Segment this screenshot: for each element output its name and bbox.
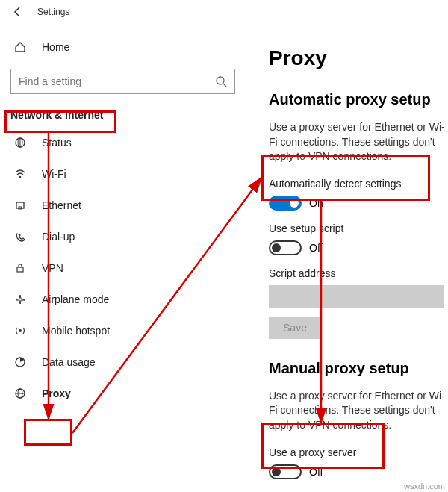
svg-point-5: [19, 176, 21, 178]
sidebar: Home Network & Internet Status Wi-Fi Eth…: [0, 24, 246, 492]
sidebar-item-airplane[interactable]: Airplane mode: [0, 284, 246, 315]
proxy-icon: [13, 387, 27, 400]
page-title: Proxy: [269, 46, 448, 70]
use-script-toggle[interactable]: [269, 240, 302, 255]
sidebar-item-label: Proxy: [42, 387, 71, 399]
sidebar-item-label: Data usage: [42, 356, 96, 368]
sidebar-item-label: Dial-up: [42, 231, 75, 243]
svg-point-9: [19, 329, 22, 332]
sidebar-home[interactable]: Home: [0, 31, 246, 63]
search-box[interactable]: [10, 69, 235, 94]
ethernet-icon: [13, 199, 27, 212]
script-address-input[interactable]: [269, 285, 444, 308]
sidebar-item-wifi[interactable]: Wi-Fi: [0, 158, 246, 190]
use-proxy-label: Use a proxy server: [269, 446, 448, 458]
manual-proxy-desc: Use a proxy server for Ethernet or Wi-Fi…: [269, 389, 448, 433]
sidebar-category-header: Network & Internet: [0, 102, 246, 127]
wifi-icon: [13, 167, 27, 181]
auto-detect-label: Automatically detect settings: [269, 178, 448, 190]
svg-rect-6: [16, 202, 24, 208]
data-usage-icon: [13, 355, 27, 369]
sidebar-item-label: Ethernet: [42, 199, 81, 211]
sidebar-item-hotspot[interactable]: Mobile hotspot: [0, 315, 246, 346]
sidebar-item-label: Wi-Fi: [42, 168, 66, 180]
script-address-label: Script address: [269, 267, 448, 279]
status-icon: [13, 136, 27, 149]
use-proxy-state: Off: [309, 466, 323, 478]
sidebar-item-label: VPN: [42, 262, 63, 274]
search-input[interactable]: [19, 75, 215, 87]
auto-proxy-desc: Use a proxy server for Ethernet or Wi-Fi…: [269, 120, 448, 164]
sidebar-item-label: Status: [42, 137, 72, 149]
sidebar-item-label: Mobile hotspot: [42, 325, 110, 337]
save-button[interactable]: Save: [269, 317, 321, 339]
sidebar-item-vpn[interactable]: VPN: [0, 252, 246, 284]
window-title: Settings: [37, 7, 69, 17]
watermark: wsxdn.com: [404, 482, 445, 491]
manual-proxy-heading: Manual proxy setup: [269, 360, 448, 377]
svg-rect-8: [17, 267, 23, 272]
arrow-left-icon: [12, 6, 24, 18]
sidebar-home-label: Home: [42, 41, 69, 53]
auto-detect-state: On: [309, 197, 323, 209]
svg-point-0: [217, 77, 224, 84]
svg-line-1: [223, 84, 226, 87]
sidebar-item-dialup[interactable]: Dial-up: [0, 221, 246, 252]
use-proxy-toggle[interactable]: [269, 464, 302, 479]
sidebar-item-datausage[interactable]: Data usage: [0, 346, 246, 378]
dialup-icon: [13, 230, 27, 243]
auto-detect-toggle[interactable]: [269, 196, 302, 211]
back-button[interactable]: [9, 3, 27, 21]
search-icon: [215, 75, 227, 87]
use-script-label: Use setup script: [269, 222, 448, 234]
airplane-icon: [13, 293, 27, 306]
sidebar-item-ethernet[interactable]: Ethernet: [0, 190, 246, 221]
vpn-icon: [13, 261, 27, 275]
hotspot-icon: [13, 324, 27, 337]
titlebar: Settings: [0, 0, 448, 24]
home-icon: [13, 40, 27, 54]
sidebar-item-label: Airplane mode: [42, 293, 109, 305]
auto-proxy-heading: Automatic proxy setup: [269, 91, 448, 108]
sidebar-item-status[interactable]: Status: [0, 127, 246, 158]
use-script-state: Off: [309, 242, 323, 254]
sidebar-item-proxy[interactable]: Proxy: [0, 378, 246, 409]
content-pane: Proxy Automatic proxy setup Use a proxy …: [246, 24, 448, 492]
